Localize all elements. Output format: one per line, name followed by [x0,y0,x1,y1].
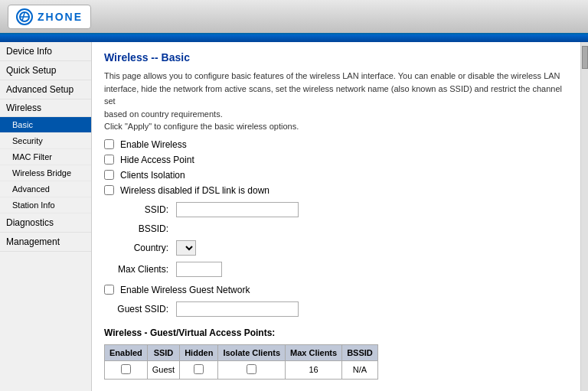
row-enabled-checkbox[interactable] [121,364,131,374]
col-ssid: SSID [147,344,179,360]
row-hidden-checkbox[interactable] [194,364,204,374]
main-content: Wireless -- Basic This page allows you t… [92,42,580,391]
scrollbar-thumb[interactable] [582,46,588,69]
hide-access-point-label: Hide Access Point [120,155,194,165]
guest-section-title: Wireless - Guest/Virtual Access Points: [104,327,568,338]
wireless-disabled-dsl-row: Wireless disabled if DSL link is down [104,185,568,196]
scrollbar[interactable] [580,42,588,391]
col-bssid: BSSID [342,344,378,360]
clients-isolation-row: Clients Isolation [104,170,568,181]
sidebar-item-quick-setup[interactable]: Quick Setup [0,61,91,80]
max-clients-input[interactable] [176,262,222,277]
sidebar-item-security[interactable]: Security [0,133,91,149]
enable-wireless-checkbox[interactable] [104,139,114,149]
clients-isolation-checkbox[interactable] [104,170,114,180]
enable-guest-label: Enable Wireless Guest Network [120,285,250,295]
table-row: Guest 16 N/A [105,360,378,379]
col-max-clients: Max Clients [286,344,342,360]
bssid-label: BSSID: [104,223,173,234]
col-isolate-clients: Isolate Clients [218,344,286,360]
guest-ssid-row: Guest SSID: [104,301,568,317]
row-enabled [105,360,148,379]
sidebar-item-management[interactable]: Management [0,233,91,252]
row-isolate [218,360,286,379]
max-clients-row: Max Clients: [104,262,568,277]
access-points-table: Enabled SSID Hidden Isolate Clients Max … [104,344,378,380]
page-title: Wireless -- Basic [104,51,568,64]
enable-wireless-label: Enable Wireless [120,139,187,150]
enable-guest-row: Enable Wireless Guest Network [104,285,568,295]
country-row: Country: [104,240,568,256]
country-label: Country: [104,243,173,253]
sidebar: Device Info Quick Setup Advanced Setup W… [0,42,92,391]
row-max-clients: 16 [286,360,342,379]
blue-bar [0,34,588,42]
bssid-row: BSSID: [104,223,568,234]
sidebar-item-device-info[interactable]: Device Info [0,42,91,61]
col-hidden: Hidden [180,344,218,360]
logo-text: ZHONE [38,11,83,23]
enable-guest-checkbox[interactable] [104,285,114,295]
logo: ZHONE [8,5,91,29]
hide-access-point-checkbox[interactable] [104,155,114,165]
sidebar-item-wireless[interactable]: Wireless [0,99,91,117]
hide-access-point-row: Hide Access Point [104,155,568,165]
ssid-input[interactable] [176,202,299,217]
guest-ssid-input[interactable] [176,301,299,317]
sidebar-item-diagnostics[interactable]: Diagnostics [0,213,91,233]
clients-isolation-label: Clients Isolation [120,170,185,181]
row-isolate-checkbox[interactable] [247,364,256,374]
country-select[interactable] [176,240,196,256]
enable-wireless-row: Enable Wireless [104,139,568,150]
sidebar-item-basic[interactable]: Basic [0,117,91,133]
wireless-disabled-dsl-checkbox[interactable] [104,185,114,195]
sidebar-item-station-info[interactable]: Station Info [0,197,91,213]
wireless-disabled-dsl-label: Wireless disabled if DSL link is down [120,185,270,196]
col-enabled: Enabled [105,344,148,360]
row-ssid: Guest [147,360,179,379]
header: ZHONE [0,0,588,34]
logo-icon [16,8,33,25]
sidebar-item-advanced[interactable]: Advanced [0,181,91,197]
layout: Device Info Quick Setup Advanced Setup W… [0,42,588,391]
guest-ssid-label: Guest SSID: [104,304,173,314]
ssid-row: SSID: [104,202,568,217]
row-hidden [180,360,218,379]
sidebar-item-wireless-bridge[interactable]: Wireless Bridge [0,165,91,181]
max-clients-label: Max Clients: [104,264,173,275]
description: This page allows you to configure basic … [104,70,568,133]
sidebar-item-mac-filter[interactable]: MAC Filter [0,149,91,165]
sidebar-item-advanced-setup[interactable]: Advanced Setup [0,80,91,99]
ssid-label: SSID: [104,204,173,215]
row-bssid: N/A [342,360,378,379]
